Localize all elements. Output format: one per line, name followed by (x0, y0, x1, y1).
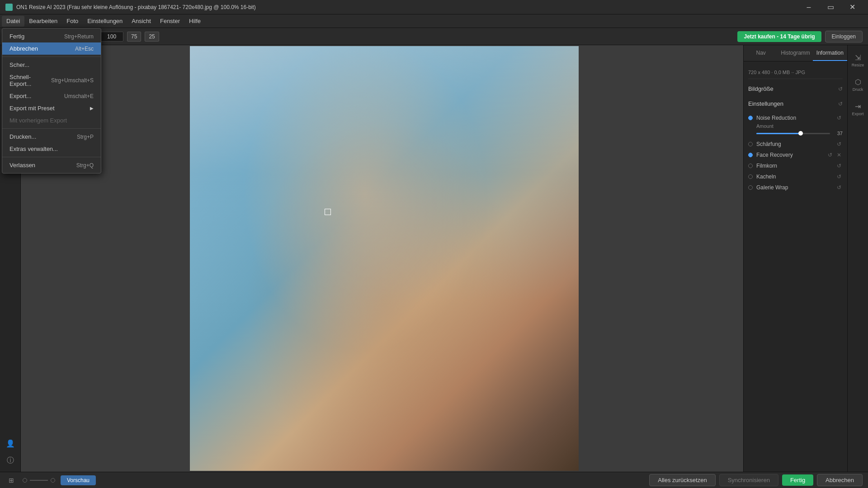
dd-fertig[interactable]: Fertig Strg+Return (2, 30, 101, 42)
dd-export[interactable]: Export... Umschalt+E (2, 90, 101, 102)
dd-export-shortcut: Umschalt+E (64, 93, 94, 99)
dd-sep-2 (2, 128, 101, 129)
dd-abbrechen[interactable]: Abbrechen Alt+Esc (2, 42, 101, 55)
dd-fertig-label: Fertig (9, 33, 24, 40)
dd-extras-label: Extras verwalten... (9, 145, 58, 152)
dd-verlassen-shortcut: Strg+Q (76, 162, 94, 169)
dropdown-menu: Fertig Strg+Return Abbrechen Alt+Esc Sch… (2, 28, 101, 174)
dd-drucken-label: Drucken... (9, 133, 36, 140)
dd-fertig-shortcut: Strg+Return (64, 33, 94, 40)
dd-abbrechen-shortcut: Alt+Esc (75, 46, 94, 52)
dd-export-preset-arrow: ▶ (90, 106, 94, 111)
dd-vorheriger-export-label: Mit vorherigem Export (9, 117, 67, 124)
dd-verlassen-label: Verlassen (9, 162, 35, 169)
dd-drucken[interactable]: Drucken... Strg+P (2, 131, 101, 143)
dd-vorheriger-export: Mit vorherigem Export (2, 114, 101, 127)
dd-export-preset-label: Export mit Preset (9, 105, 55, 112)
dd-scher[interactable]: Scher... (2, 59, 101, 71)
dd-schnell-export-shortcut: Strg+Umschalt+S (51, 77, 94, 84)
dropdown-overlay[interactable]: Fertig Strg+Return Abbrechen Alt+Esc Sch… (0, 0, 868, 488)
dd-scher-label: Scher... (9, 61, 29, 68)
dd-export-preset[interactable]: Export mit Preset ▶ (2, 102, 101, 114)
dd-extras[interactable]: Extras verwalten... (2, 143, 101, 155)
dd-sep-1 (2, 56, 101, 57)
dd-abbrechen-label: Abbrechen (9, 45, 38, 52)
dd-sep-3 (2, 157, 101, 157)
dd-schnell-export[interactable]: Schnell-Export... Strg+Umschalt+S (2, 71, 101, 90)
dd-drucken-shortcut: Strg+P (77, 134, 94, 140)
dd-export-label: Export... (9, 93, 31, 99)
dd-schnell-export-label: Schnell-Export... (9, 74, 51, 87)
dd-verlassen[interactable]: Verlassen Strg+Q (2, 159, 101, 171)
